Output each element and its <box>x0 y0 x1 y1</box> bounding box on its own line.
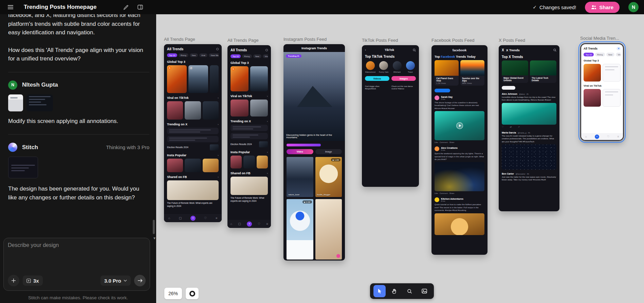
trend-photo <box>243 156 255 168</box>
mock-title: X Trends <box>506 48 520 52</box>
user-message-header: N NItesh Gupta <box>8 81 149 90</box>
frame-all-trends-2[interactable]: All Trends Page All Trends Top 10 Rising… <box>227 38 271 228</box>
design-thumbnail[interactable] <box>8 157 38 178</box>
attachment-thumbnail[interactable] <box>26 94 53 111</box>
frame-instagram-feed[interactable]: Instagram Posts Feed Instagram Trends Tr… <box>283 37 345 261</box>
layout-panel-icon <box>137 5 143 10</box>
design-canvas[interactable]: All Trends Page All Trends Top 10 Rising… <box>156 14 644 303</box>
hero-caption: Discovering hidden gems in the heart of … <box>286 134 342 139</box>
pan-tool-button[interactable] <box>388 285 401 297</box>
selected-phone-mock[interactable]: All Trends ▾ Top 10 Rising New Viral Glo… <box>580 43 624 141</box>
frame-label[interactable]: TikTok Posts Feed <box>362 38 419 43</box>
poster-avatar <box>435 146 439 151</box>
facebook-post: Alex Creations 5 hrs Spent the weekend c… <box>435 146 484 194</box>
frame-label[interactable]: Social Media Tren... <box>580 36 626 41</box>
back-icon: ‹ <box>365 48 366 52</box>
frame-tiktok-feed[interactable]: TikTok Posts Feed ‹ TikTok Top TikTok Tr… <box>362 38 419 187</box>
trend-photo: 1 <box>167 65 187 93</box>
trend-photo <box>203 159 219 172</box>
frame-label[interactable]: Instagram Posts Feed <box>283 37 345 42</box>
frame-facebook-feed[interactable]: Facebook Posts Feed facebook Top Faceboo… <box>431 38 487 255</box>
all-trends-mock[interactable]: All Trends Top 10 Rising New Viral Near … <box>164 44 222 222</box>
tweet-card <box>231 125 268 131</box>
post-photo <box>502 144 556 170</box>
zoom-tool-button[interactable] <box>403 285 416 297</box>
frame-label[interactable]: Facebook Posts Feed <box>431 38 487 43</box>
trend-card: Sunrise over the Alps 980K Views <box>460 60 484 86</box>
trend-filter-tabs: Top 10 Rising New Viral <box>231 54 268 58</box>
canvas-toolbar <box>370 283 434 299</box>
mock-title: All Trends <box>231 48 247 52</box>
select-tool-button[interactable] <box>373 285 386 297</box>
project-title: Trending Posts Homepage <box>24 4 96 11</box>
video-toggle: Video <box>287 149 313 154</box>
media-type-toggle: Video Image <box>287 149 342 154</box>
hand-icon <box>392 288 397 294</box>
frame-label[interactable]: All Trends Page <box>227 38 271 43</box>
account-avatar[interactable]: N <box>628 2 639 12</box>
assistant-message-header: Stitch Thinking with 3 Pro <box>8 143 149 152</box>
notification-icon <box>216 48 219 50</box>
circle-icon <box>189 291 195 297</box>
x-logo: X <box>502 48 504 52</box>
mock-title: All Trends <box>584 47 597 50</box>
theme-toggle-button[interactable] <box>186 288 199 299</box>
user-avatar: N <box>8 81 17 90</box>
tweet-card <box>231 133 268 139</box>
prompt-composer: 3x 3.0 Pro <box>3 238 150 291</box>
attachment-thumbnail[interactable] <box>8 94 23 111</box>
trend-photo <box>167 101 183 120</box>
stitch-avatar <box>8 143 17 152</box>
frame-all-trends-1[interactable]: All Trends Page All Trends Top 10 Rising… <box>164 37 222 222</box>
search-icon <box>413 49 416 52</box>
zoom-level[interactable]: 26% <box>164 288 182 299</box>
frame-label[interactable]: X Posts Feed <box>499 38 559 43</box>
send-button[interactable] <box>134 275 146 286</box>
hamburger-icon <box>7 5 14 10</box>
model-selector[interactable]: 3.0 Pro <box>100 275 131 286</box>
tiktok-mock[interactable]: ‹ TikTok Top TikTok Trends #dancetrend F… <box>362 45 419 187</box>
card-photo <box>435 60 459 76</box>
trend-photo <box>231 100 249 117</box>
frame-label[interactable]: All Trends Page <box>164 37 222 42</box>
x-post: Maria Garcia @maria_g · 4h The new AI mo… <box>502 131 556 170</box>
design-prompt-input[interactable] <box>8 242 146 275</box>
chat-scrollbar[interactable] <box>153 220 155 234</box>
frame-x-feed[interactable]: X Posts Feed X X Trends Top X Trends Maj… <box>499 38 559 211</box>
facebook-mock[interactable]: facebook Top Facebook Trends Today Cat P… <box>431 45 487 255</box>
insert-image-button[interactable] <box>418 285 430 297</box>
trend-photo <box>210 65 219 93</box>
frame-social-media-trends[interactable]: Social Media Tren... All Trends ▾ Top 10… <box>580 36 626 141</box>
all-trends-mock[interactable]: All Trends Top 10 Rising New Viral Globa… <box>227 45 271 228</box>
variant-count-button[interactable]: 3x <box>23 275 43 286</box>
play-icon <box>456 122 463 129</box>
grid-photo <box>315 199 342 260</box>
x-post: Alex Johnson @alexj · 2h Incredible dron… <box>502 93 556 128</box>
post-photo <box>435 162 484 191</box>
add-attachment-button[interactable] <box>8 275 19 286</box>
trend-photo <box>584 89 601 107</box>
instagram-mock[interactable]: Instagram Trends Trending #1 Discovering… <box>283 44 345 261</box>
message-divider <box>8 72 149 72</box>
trend-photo <box>231 156 242 168</box>
hero-photo: Trending #1 Discovering hidden gems in t… <box>283 52 345 141</box>
videos-toggle: Videos <box>365 76 389 81</box>
assistant-message-intro: facebook, and X, featuring distinct sect… <box>8 14 149 37</box>
toggle-panel-button[interactable] <box>135 3 145 12</box>
x-mock[interactable]: X X Trends Top X Trends Major Global Eve… <box>499 45 559 211</box>
trend-photo <box>584 64 601 82</box>
trend-photo <box>231 177 268 195</box>
rename-button[interactable] <box>122 3 131 12</box>
trend-photo <box>257 156 268 168</box>
disclaimer: Stitch can make mistakes. Please check i… <box>0 295 156 300</box>
share-button[interactable]: Share <box>585 2 620 13</box>
assistant-question: How does this 'All Trends' page align wi… <box>8 46 149 63</box>
filter-pill <box>502 86 515 90</box>
attachments-row <box>8 94 149 111</box>
stitch-app: Trending Posts Homepage ✓ Changes saved!… <box>0 0 644 303</box>
magnifier-icon <box>407 289 412 294</box>
menu-button[interactable] <box>5 3 16 12</box>
trend-card: The Latest Tech Debate <box>530 60 556 83</box>
grid-photo: 1.2M foodie_blogger <box>315 157 342 197</box>
scroll-down-icon[interactable]: ▾ <box>153 236 155 240</box>
